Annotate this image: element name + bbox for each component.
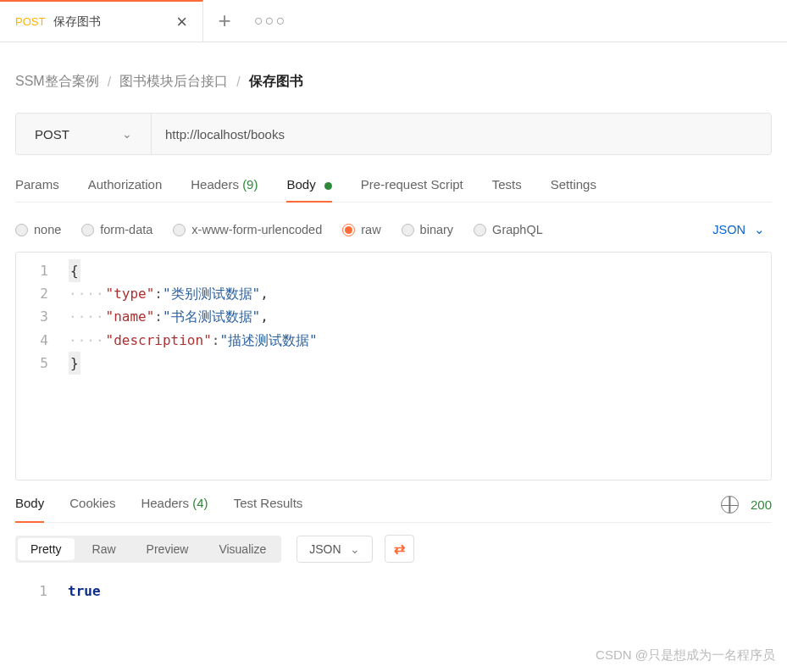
wrap-icon: ⇄ <box>394 541 405 556</box>
indent-guide: ···· <box>69 329 105 352</box>
method-value: POST <box>35 127 69 142</box>
tab-title: 保存图书 <box>53 14 168 30</box>
body-type-label: form-data <box>100 223 152 236</box>
raw-format-value: JSON <box>712 223 745 236</box>
breadcrumb-item[interactable]: 图书模块后台接口 <box>119 73 228 91</box>
tab-params[interactable]: Params <box>15 177 59 202</box>
breadcrumb-item[interactable]: SSM整合案例 <box>15 73 99 91</box>
tab-headers[interactable]: Headers (9) <box>191 177 258 202</box>
json-boolean: true <box>68 580 101 603</box>
json-key: "type" <box>106 282 155 305</box>
json-key: "name" <box>106 305 155 328</box>
radio-icon <box>342 224 355 236</box>
body-type-label: none <box>34 223 61 236</box>
body-type-raw[interactable]: raw <box>342 223 380 236</box>
response-view-row: Pretty Raw Preview Visualize JSON ⌄ ⇄ <box>15 523 772 575</box>
view-preview[interactable]: Preview <box>131 536 204 563</box>
view-mode-segment: Pretty Raw Preview Visualize <box>15 536 281 563</box>
line-number: 2 <box>23 282 48 305</box>
new-tab-button[interactable]: + <box>203 8 246 34</box>
body-type-binary[interactable]: binary <box>402 223 454 236</box>
line-number: 1 <box>22 580 47 603</box>
globe-icon[interactable] <box>721 496 739 514</box>
line-number: 1 <box>23 259 48 282</box>
resp-tab-cookies[interactable]: Cookies <box>69 496 115 514</box>
tab-body[interactable]: Body <box>286 177 331 202</box>
tab-tests[interactable]: Tests <box>492 177 522 202</box>
comma: , <box>260 305 269 328</box>
method-select[interactable]: POST ⌄ <box>16 114 152 154</box>
request-body-editor[interactable]: 1{ 2····"type":"类别测试数据", 3····"name":"书名… <box>15 252 772 480</box>
tab-prerequest-script[interactable]: Pre-request Script <box>361 177 463 202</box>
comma: , <box>260 282 269 305</box>
tab-strip: POST 保存图书 × + ○○○ <box>0 0 787 42</box>
line-number: 5 <box>23 352 48 375</box>
radio-icon <box>15 224 28 236</box>
request-tabs: Params Authorization Headers (9) Body Pr… <box>15 177 772 203</box>
more-tabs-icon[interactable]: ○○○ <box>246 12 296 30</box>
chevron-down-icon: ⌄ <box>754 223 765 236</box>
json-colon: : <box>154 305 163 328</box>
resp-headers-label: Headers <box>141 496 189 510</box>
json-colon: : <box>154 282 163 305</box>
response-format-select[interactable]: JSON ⌄ <box>297 536 372 563</box>
json-key: "description" <box>106 329 212 352</box>
radio-icon <box>81 224 94 236</box>
url-input[interactable] <box>152 114 771 154</box>
body-type-label: x-www-form-urlencoded <box>191 223 322 236</box>
response-tabs: Body Cookies Headers (4) Test Results 20… <box>15 496 772 523</box>
resp-tab-body[interactable]: Body <box>15 496 44 514</box>
body-type-label: binary <box>420 223 454 236</box>
breadcrumb: SSM整合案例 / 图书模块后台接口 / 保存图书 <box>15 73 772 91</box>
json-string: "书名测试数据" <box>163 305 260 328</box>
request-tab[interactable]: POST 保存图书 × <box>0 0 203 42</box>
view-pretty[interactable]: Pretty <box>18 538 75 560</box>
radio-icon <box>173 224 186 236</box>
json-colon: : <box>212 329 220 352</box>
headers-count: (9) <box>242 177 258 192</box>
body-type-graphql[interactable]: GraphQL <box>474 223 543 236</box>
tab-settings[interactable]: Settings <box>551 177 596 202</box>
body-type-formdata[interactable]: form-data <box>81 223 152 236</box>
breadcrumb-sep: / <box>108 75 111 90</box>
body-type-row: none form-data x-www-form-urlencoded raw… <box>15 214 772 252</box>
brace-close: } <box>69 352 80 375</box>
resp-headers-count: (4) <box>192 496 208 510</box>
view-visualize[interactable]: Visualize <box>203 536 281 563</box>
tab-authorization[interactable]: Authorization <box>88 177 163 202</box>
resp-tab-headers[interactable]: Headers (4) <box>141 496 208 514</box>
url-bar: POST ⌄ <box>15 113 772 155</box>
line-number: 4 <box>23 329 48 352</box>
json-string: "类别测试数据" <box>163 282 260 305</box>
body-type-xwww[interactable]: x-www-form-urlencoded <box>173 223 322 236</box>
response-body-editor[interactable]: 1true <box>15 575 772 603</box>
tab-headers-label: Headers <box>191 177 239 192</box>
close-icon[interactable]: × <box>176 11 187 33</box>
brace-open: { <box>69 259 80 282</box>
tab-method-label: POST <box>15 15 45 28</box>
status-code: 200 <box>751 497 772 512</box>
raw-format-select[interactable]: JSON ⌄ <box>712 223 772 236</box>
response-meta: 200 <box>721 496 772 514</box>
response-format-value: JSON <box>309 542 341 556</box>
unsaved-dot-icon <box>324 182 332 190</box>
chevron-down-icon: ⌄ <box>122 127 132 141</box>
indent-guide: ···· <box>69 305 105 328</box>
line-number: 3 <box>23 305 48 328</box>
watermark: CSDN @只是想成为一名程序员 <box>596 647 775 664</box>
body-type-label: raw <box>361 223 380 236</box>
indent-guide: ···· <box>69 282 105 305</box>
tab-body-label: Body <box>286 177 315 192</box>
resp-tab-testresults[interactable]: Test Results <box>234 496 303 514</box>
radio-icon <box>402 224 414 236</box>
body-type-none[interactable]: none <box>15 223 61 236</box>
breadcrumb-current: 保存图书 <box>249 73 303 91</box>
radio-icon <box>474 224 486 236</box>
json-string: "描述测试数据" <box>219 329 317 352</box>
wrap-lines-button[interactable]: ⇄ <box>385 535 414 563</box>
body-type-label: GraphQL <box>492 223 543 236</box>
view-raw[interactable]: Raw <box>77 536 131 563</box>
chevron-down-icon: ⌄ <box>350 542 360 556</box>
breadcrumb-sep: / <box>236 75 240 90</box>
